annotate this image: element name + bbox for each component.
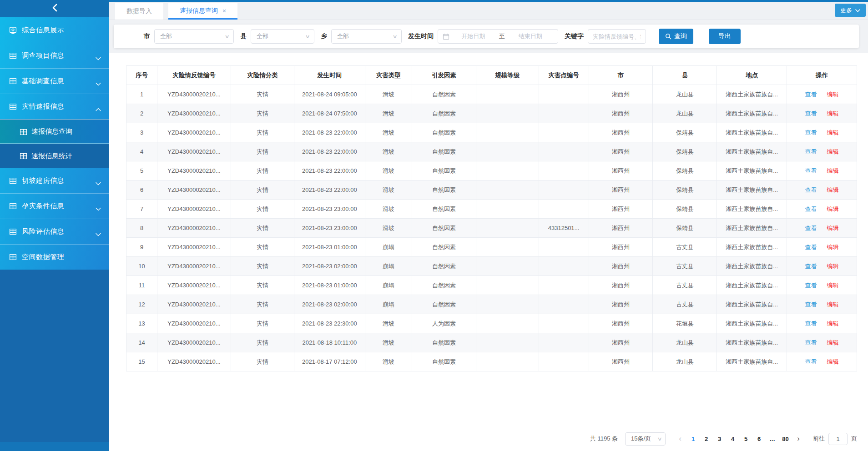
sidebar-item-切坡建房信息[interactable]: 切坡建房信息 <box>0 168 109 193</box>
column-header-灾害类型: 灾害类型 <box>365 66 412 85</box>
page-number-80[interactable]: 80 <box>779 436 792 442</box>
edit-link[interactable]: 编辑 <box>827 358 839 365</box>
view-link[interactable]: 查看 <box>805 186 817 193</box>
cell-time: 2021-08-23 02:00:00 <box>294 295 365 314</box>
table-row: 3YZD43000020210...灾情2021-08-23 22:00:00滑… <box>126 123 857 142</box>
view-link[interactable]: 查看 <box>805 244 817 251</box>
cell-time: 2021-08-23 23:00:00 <box>294 200 365 219</box>
sidebar-item-调查项目信息[interactable]: 调查项目信息 <box>0 43 109 68</box>
cell-no: 8 <box>126 219 157 238</box>
view-link[interactable]: 查看 <box>805 129 817 136</box>
cell-city: 湘西州 <box>589 142 653 161</box>
view-link[interactable]: 查看 <box>805 205 817 212</box>
sidebar-item-风险评估信息[interactable]: 风险评估信息 <box>0 219 109 244</box>
cell-time: 2021-08-23 22:00:00 <box>294 161 365 180</box>
sidebar-item-label: 调查项目信息 <box>22 51 96 60</box>
edit-link[interactable]: 编辑 <box>827 129 839 136</box>
cell-no: 15 <box>126 352 157 371</box>
city-select[interactable]: 全部 ∨ <box>154 29 234 44</box>
whitespace <box>126 371 857 431</box>
page-number-3[interactable]: 3 <box>713 436 726 442</box>
pages-ellipsis: … <box>766 436 779 442</box>
edit-link[interactable]: 编辑 <box>827 244 839 251</box>
sidebar-subitem-速报信息查询[interactable]: 速报信息查询 <box>0 120 109 144</box>
county-select[interactable]: 全部 ∨ <box>251 29 314 44</box>
view-link[interactable]: 查看 <box>805 358 817 365</box>
view-link[interactable]: 查看 <box>805 225 817 231</box>
edit-link[interactable]: 编辑 <box>827 205 839 212</box>
chevron-down-icon <box>96 80 101 83</box>
search-button[interactable]: 查询 <box>659 29 693 44</box>
cell-county: 古丈县 <box>653 257 717 276</box>
view-link[interactable]: 查看 <box>805 148 817 155</box>
more-button[interactable]: 更多 <box>835 4 866 17</box>
dashboard-icon <box>9 26 17 34</box>
view-link[interactable]: 查看 <box>805 320 817 327</box>
column-header-引发因素: 引发因素 <box>412 66 476 85</box>
edit-link[interactable]: 编辑 <box>827 91 839 98</box>
tab-速报信息查询[interactable]: 速报信息查询× <box>168 3 237 20</box>
sidebar-item-孕灾条件信息[interactable]: 孕灾条件信息 <box>0 193 109 219</box>
sidebar-subitem-速报信息统计[interactable]: 速报信息统计 <box>0 144 109 168</box>
page-number-4[interactable]: 4 <box>726 436 739 442</box>
records-table: 序号灾险情反馈编号灾险情分类发生时间灾害类型引发因素规模等级灾害点编号市县地点操… <box>126 65 857 371</box>
edit-link[interactable]: 编辑 <box>827 148 839 155</box>
goto-page-input[interactable] <box>828 433 848 445</box>
page-number-6[interactable]: 6 <box>752 436 766 442</box>
table-row: 6YZD43000020210...灾情2021-08-23 22:00:00滑… <box>126 180 857 200</box>
town-select[interactable]: 全部 ∨ <box>331 29 402 44</box>
city-label: 市 <box>144 32 150 40</box>
view-link[interactable]: 查看 <box>805 110 817 117</box>
view-link[interactable]: 查看 <box>805 167 817 174</box>
page-size-select[interactable]: 15条/页 ∨ <box>625 432 666 446</box>
edit-link[interactable]: 编辑 <box>827 225 839 231</box>
prev-page-button[interactable]: ‹ <box>674 434 686 443</box>
cell-code: YZD43000020210... <box>157 200 231 219</box>
cell-time: 2021-08-23 01:00:00 <box>294 276 365 295</box>
close-icon[interactable]: × <box>222 8 226 14</box>
view-link[interactable]: 查看 <box>805 263 817 270</box>
cell-cause: 自然因素 <box>412 219 476 238</box>
export-button[interactable]: 导出 <box>709 29 741 44</box>
edit-link[interactable]: 编辑 <box>827 301 839 308</box>
page-number-5[interactable]: 5 <box>739 436 752 442</box>
edit-link[interactable]: 编辑 <box>827 339 839 346</box>
table-row: 7YZD43000020210...灾情2021-08-23 23:00:00滑… <box>126 200 857 219</box>
edit-link[interactable]: 编辑 <box>827 186 839 193</box>
cell-actions: 查看编辑 <box>787 200 857 219</box>
cell-point <box>539 257 589 276</box>
keyword-input[interactable] <box>588 29 646 44</box>
cell-actions: 查看编辑 <box>787 85 857 104</box>
cell-location: 湘西土家族苗族自... <box>717 238 787 257</box>
chevron-down-icon <box>96 54 101 58</box>
view-link[interactable]: 查看 <box>805 339 817 346</box>
cell-no: 9 <box>126 238 157 257</box>
sidebar-collapse-button[interactable] <box>0 0 109 17</box>
date-range-input[interactable]: 开始日期 至 结束日期 <box>438 29 558 44</box>
next-page-button[interactable]: › <box>792 434 805 443</box>
edit-link[interactable]: 编辑 <box>827 320 839 327</box>
cell-no: 12 <box>126 295 157 314</box>
sidebar-item-基础调查信息[interactable]: 基础调查信息 <box>0 68 109 94</box>
sidebar-item-空间数据管理[interactable]: 空间数据管理 <box>0 244 109 270</box>
cell-point <box>539 161 589 180</box>
view-link[interactable]: 查看 <box>805 91 817 98</box>
cell-county: 古丈县 <box>653 295 717 314</box>
tab-数据导入[interactable]: 数据导入 <box>115 3 163 20</box>
page-number-2[interactable]: 2 <box>700 436 713 442</box>
cell-actions: 查看编辑 <box>787 180 857 200</box>
cell-category: 灾情 <box>231 352 294 371</box>
sidebar-item-label: 空间数据管理 <box>22 253 101 261</box>
sidebar-item-灾情速报信息[interactable]: 灾情速报信息 <box>0 94 109 119</box>
sidebar-item-综合信息展示[interactable]: 综合信息展示 <box>0 17 109 43</box>
cell-city: 湘西州 <box>589 314 653 333</box>
edit-link[interactable]: 编辑 <box>827 110 839 117</box>
edit-link[interactable]: 编辑 <box>827 263 839 270</box>
cell-location: 湘西土家族苗族自... <box>717 352 787 371</box>
edit-link[interactable]: 编辑 <box>827 167 839 174</box>
view-link[interactable]: 查看 <box>805 282 817 289</box>
view-link[interactable]: 查看 <box>805 301 817 308</box>
page-number-1[interactable]: 1 <box>686 436 700 442</box>
edit-link[interactable]: 编辑 <box>827 282 839 289</box>
sidebar: 综合信息展示调查项目信息基础调查信息灾情速报信息速报信息查询速报信息统计切坡建房… <box>0 0 109 451</box>
